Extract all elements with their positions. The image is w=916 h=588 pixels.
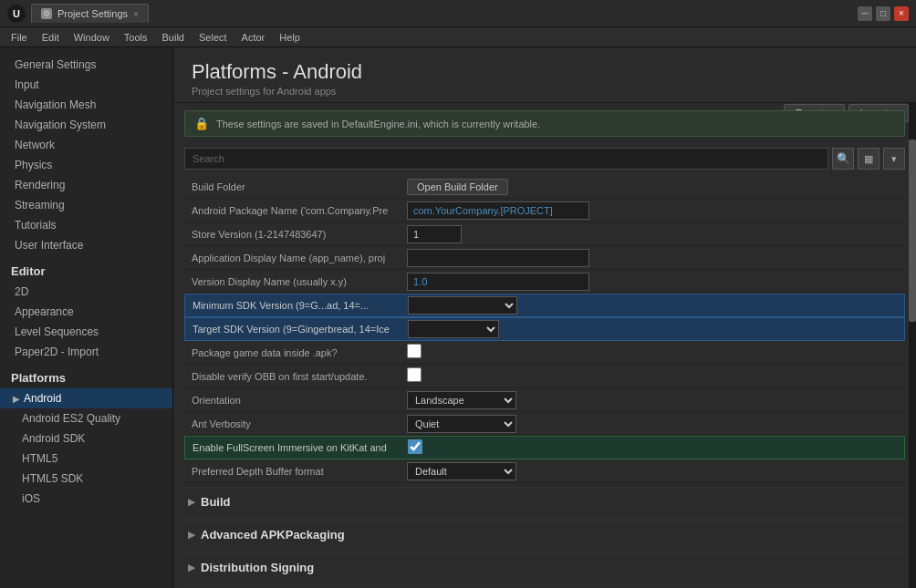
title-bar-left: U ⚙ Project Settings × [7,4,149,23]
ctrl-ant-verbosity: Quiet Verbose [403,413,905,435]
ctrl-build-folder: Open Build Folder [403,177,905,197]
ctrl-orientation: Landscape Portrait [403,389,905,411]
menu-build[interactable]: Build [155,30,192,45]
label-package-name: Android Package Name ('com.Company.Pre [184,201,403,220]
distribution-label: Distribution Signing [201,561,314,574]
label-app-display-name: Application Display Name (app_name), pro… [184,249,403,267]
sidebar-item-android[interactable]: ▶ Android [0,388,172,408]
close-btn[interactable]: × [894,6,909,21]
ctrl-version-display [403,271,905,293]
settings-row-package-name: Android Package Name ('com.Company.Pre [184,199,905,222]
menu-help[interactable]: Help [272,30,307,45]
sidebar: General Settings Input Navigation Mesh N… [0,47,173,588]
sidebar-item-level-sequences[interactable]: Level Sequences [0,322,172,342]
section-build[interactable]: ▶ Build [184,487,905,516]
content-wrapper: 🔒 These settings are saved in DefaultEng… [173,103,916,588]
section-distribution-signing[interactable]: ▶ Distribution Signing [184,552,905,582]
sidebar-section-platforms: Platforms [0,362,172,388]
sidebar-item-html5[interactable]: HTML5 [0,449,172,469]
settings-row-fullscreen: Enable FullScreen Immersive on KitKat an… [184,436,905,459]
content-header: Platforms - Android Project settings for… [173,47,916,103]
search-input[interactable] [184,148,828,170]
scrollbar-thumb[interactable] [909,139,916,322]
sidebar-section-editor: Editor [0,255,172,282]
menu-actor[interactable]: Actor [234,30,273,45]
sidebar-item-streaming[interactable]: Streaming [0,195,172,215]
maximize-btn[interactable]: □ [876,6,890,21]
settings-row-orientation: Orientation Landscape Portrait [184,388,905,412]
sidebar-item-ios[interactable]: iOS [0,489,172,509]
title-bar: U ⚙ Project Settings × ─ □ × [0,0,916,27]
settings-row-min-sdk: Minimum SDK Version (9=G...ad, 14=... [184,294,905,317]
menu-select[interactable]: Select [192,30,234,45]
label-disable-obb: Disable verify OBB on first start/update… [184,367,403,386]
grid-view-btn[interactable]: ▦ [858,148,880,170]
ctrl-app-display-name [403,247,905,269]
section-advanced-apkpackaging[interactable]: ▶ Advanced APKPackaging [184,520,905,549]
sidebar-item-tutorials[interactable]: Tutorials [0,215,172,235]
label-ant-verbosity: Ant Verbosity [184,415,403,433]
label-fullscreen: Enable FullScreen Immersive on KitKat an… [185,438,404,457]
settings-row-store-version: Store Version (1-2147483647) [184,222,905,246]
project-settings-tab[interactable]: ⚙ Project Settings × [31,4,149,23]
sidebar-item-general-settings[interactable]: General Settings [0,55,172,75]
label-target-sdk: Target SDK Version (9=Gingerbread, 14=Ic… [185,320,404,338]
menu-window[interactable]: Window [67,30,117,45]
sidebar-item-2d[interactable]: 2D [0,282,172,302]
ant-verbosity-select[interactable]: Quiet Verbose [407,415,516,433]
page-title: Platforms - Android [192,60,898,84]
orientation-select[interactable]: Landscape Portrait [407,391,516,409]
version-display-input[interactable] [407,273,589,291]
settings-tab-icon: ⚙ [41,8,52,19]
minimize-btn[interactable]: ─ [858,6,872,21]
sidebar-item-input[interactable]: Input [0,75,172,95]
settings-row-app-display-name: Application Display Name (app_name), pro… [184,246,905,270]
sidebar-item-android-sdk[interactable]: Android SDK [0,428,172,449]
disable-obb-checkbox[interactable] [407,367,422,382]
title-bar-controls: ─ □ × [858,6,909,21]
sidebar-item-network[interactable]: Network [0,135,172,155]
label-min-sdk: Minimum SDK Version (9=G...ad, 14=... [185,296,404,315]
depth-buffer-select[interactable]: Default [407,462,516,480]
sidebar-item-android-es2[interactable]: Android ES2 Quality [0,408,172,428]
lock-icon: 🔒 [194,117,209,130]
ctrl-package-data [403,342,905,363]
app-display-name-input[interactable] [407,249,589,267]
search-bar: 🔍 ▦ ▾ [184,148,905,170]
sidebar-item-physics[interactable]: Physics [0,155,172,175]
sidebar-item-rendering[interactable]: Rendering [0,175,172,195]
sidebar-item-appearance[interactable]: Appearance [0,302,172,322]
menu-file[interactable]: File [4,30,35,45]
package-data-checkbox[interactable] [407,344,422,358]
open-build-folder-btn[interactable]: Open Build Folder [407,179,508,195]
label-depth-buffer: Preferred Depth Buffer format [184,462,403,480]
ctrl-package-name [403,200,905,222]
sidebar-item-paper2d-import[interactable]: Paper2D - Import [0,342,172,362]
menu-bar: File Edit Window Tools Build Select Acto… [0,27,916,47]
scrollbar-track [909,103,916,588]
package-name-input[interactable] [407,201,589,220]
android-label: Android [24,392,61,405]
options-view-btn[interactable]: ▾ [883,148,905,170]
store-version-input[interactable] [407,225,462,243]
search-btn[interactable]: 🔍 [832,148,854,170]
sidebar-item-navigation-system[interactable]: Navigation System [0,115,172,135]
build-section-chevron: ▶ [188,497,195,507]
label-store-version: Store Version (1-2147483647) [184,225,403,243]
content-header-wrapper: Platforms - Android Project settings for… [173,47,916,103]
label-version-display: Version Display Name (usually x.y) [184,273,403,291]
target-sdk-select[interactable] [408,320,499,338]
sidebar-item-html5-sdk[interactable]: HTML5 SDK [0,469,172,489]
label-build-folder: Build Folder [184,178,403,196]
menu-tools[interactable]: Tools [117,30,155,45]
sidebar-item-user-interface[interactable]: User Interface [0,235,172,255]
settings-scroll: Build Folder Open Build Folder Android P… [173,175,916,588]
info-banner: 🔒 These settings are saved in DefaultEng… [184,110,905,137]
fullscreen-checkbox[interactable] [408,439,422,454]
sidebar-item-navigation-mesh[interactable]: Navigation Mesh [0,95,172,115]
menu-edit[interactable]: Edit [35,30,67,45]
min-sdk-select[interactable] [408,296,517,315]
tab-close-btn[interactable]: × [133,9,139,19]
settings-row-version-display: Version Display Name (usually x.y) [184,270,905,294]
ctrl-min-sdk [404,294,904,316]
